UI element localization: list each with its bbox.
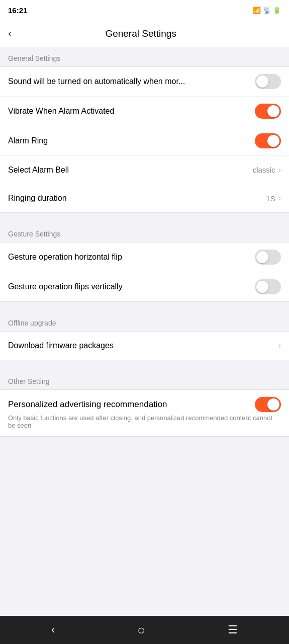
section-header-other: Other Setting <box>0 370 289 389</box>
section-header-gesture: Gesture Settings <box>0 223 289 242</box>
signal-icon: 📶 <box>253 7 261 14</box>
bottom-nav: ‹ ○ ☰ <box>0 616 289 644</box>
personalized-ad-thumb <box>267 398 279 411</box>
ringing-duration-label: Ringing duration <box>8 194 266 203</box>
sound-auto-toggle[interactable] <box>255 74 281 89</box>
sound-auto-label: Sound will be turned on automatically wh… <box>8 77 255 86</box>
alarm-ring-label: Alarm Ring <box>8 136 255 145</box>
personalized-ad-label: Personalized advertising recommendation <box>8 399 251 410</box>
ringing-duration-value: 1S <box>266 194 275 203</box>
gesture-vertical-row: Gesture operation flips vertically <box>0 272 289 301</box>
nav-back-button[interactable]: ‹ <box>51 623 55 636</box>
page-title: General Settings <box>18 28 264 39</box>
spacer-1 <box>0 213 289 223</box>
personalized-top: Personalized advertising recommendation <box>8 397 281 412</box>
gesture-vertical-label: Gesture operation flips vertically <box>8 282 255 291</box>
gesture-settings-group: Gesture operation horizontal flip Gestur… <box>0 242 289 302</box>
offline-settings-group: Download firmware packages › <box>0 331 289 360</box>
ringing-duration-row[interactable]: Ringing duration 1S › <box>0 184 289 212</box>
chevron-icon-2: › <box>278 194 281 203</box>
select-alarm-bell-label: Select Alarm Bell <box>8 166 253 175</box>
gesture-horizontal-row: Gesture operation horizontal flip <box>0 243 289 272</box>
spacer-bottom <box>0 437 289 537</box>
sound-auto-row: Sound will be turned on automatically wh… <box>0 67 289 97</box>
sound-auto-thumb <box>256 75 268 88</box>
vibrate-row: Vibrate When Alarm Activated <box>0 97 289 126</box>
select-alarm-bell-row[interactable]: Select Alarm Bell classic › <box>0 156 289 184</box>
alarm-bell-value: classic <box>253 166 275 174</box>
general-settings-group: Sound will be turned on automatically wh… <box>0 66 289 213</box>
download-firmware-label: Download firmware packages <box>8 341 278 350</box>
back-button[interactable]: ‹ <box>8 28 12 39</box>
chevron-icon-3: › <box>278 341 281 350</box>
section-header-general: General Settings <box>0 47 289 66</box>
gesture-vertical-toggle[interactable] <box>255 279 281 294</box>
wifi-icon: 📡 <box>263 7 271 14</box>
gesture-horizontal-control <box>255 250 281 265</box>
gesture-vertical-control <box>255 279 281 294</box>
gesture-horizontal-label: Gesture operation horizontal flip <box>8 253 255 262</box>
alarm-ring-control <box>255 133 281 148</box>
vibrate-toggle[interactable] <box>255 104 281 119</box>
spacer-2 <box>0 302 289 312</box>
gesture-vertical-thumb <box>256 281 268 293</box>
header: ‹ General Settings <box>0 20 289 47</box>
status-time: 16:21 <box>8 6 27 15</box>
battery-icon: 🔋 <box>273 7 281 14</box>
section-header-offline: Offline upgrade <box>0 312 289 331</box>
vibrate-thumb <box>267 105 279 117</box>
nav-home-button[interactable]: ○ <box>137 622 145 638</box>
status-bar: 16:21 📶 📡 🔋 <box>0 0 289 20</box>
vibrate-control <box>255 104 281 119</box>
download-firmware-right: › <box>278 341 281 350</box>
personalized-ad-toggle[interactable] <box>255 397 281 412</box>
alarm-ring-thumb <box>267 135 279 147</box>
status-icons: 📶 📡 🔋 <box>253 7 281 14</box>
select-alarm-bell-right: classic › <box>253 166 281 175</box>
nav-menu-button[interactable]: ☰ <box>228 623 238 636</box>
other-settings-group: Personalized advertising recommendation … <box>0 389 289 437</box>
gesture-horizontal-toggle[interactable] <box>255 250 281 265</box>
chevron-icon: › <box>278 166 281 175</box>
personalized-ad-sublabel: Only basic functions are used after clos… <box>8 414 281 429</box>
personalized-ad-row: Personalized advertising recommendation … <box>0 390 289 436</box>
spacer-3 <box>0 360 289 370</box>
ringing-duration-right: 1S › <box>266 194 281 203</box>
content: General Settings Sound will be turned on… <box>0 47 289 616</box>
download-firmware-row[interactable]: Download firmware packages › <box>0 332 289 360</box>
gesture-horizontal-thumb <box>256 251 268 263</box>
alarm-ring-row: Alarm Ring <box>0 126 289 156</box>
alarm-ring-toggle[interactable] <box>255 133 281 148</box>
sound-auto-control <box>255 74 281 89</box>
vibrate-label: Vibrate When Alarm Activated <box>8 107 255 116</box>
